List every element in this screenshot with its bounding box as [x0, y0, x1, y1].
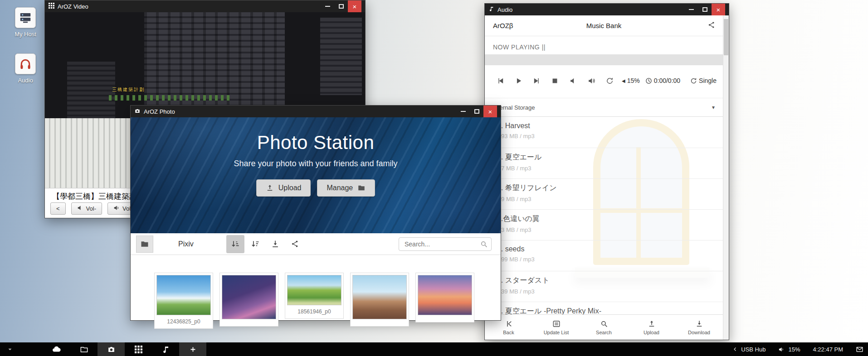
search-input[interactable]	[399, 237, 492, 251]
prev-button[interactable]: <	[50, 202, 66, 215]
chevron-down-icon: ▾	[712, 104, 715, 111]
music-note-icon	[488, 6, 494, 13]
add-app-button[interactable]	[179, 342, 206, 356]
photo-thumbnail[interactable]: 18561946_p0	[285, 273, 344, 319]
triangle-left-icon: ◀	[622, 78, 625, 83]
close-button[interactable]: ×	[348, 0, 361, 12]
window-controls: ×	[456, 106, 497, 117]
photo-app-button[interactable]	[98, 342, 125, 356]
track-row[interactable]: 01. Harvest 10.93 MB / mp3	[485, 117, 723, 148]
folder-up-button[interactable]	[136, 236, 153, 253]
maximize-button[interactable]	[334, 0, 348, 12]
photo-image	[287, 275, 341, 305]
cloud-app-button[interactable]	[43, 342, 70, 356]
download-button[interactable]	[266, 235, 284, 253]
seek-bar[interactable]	[485, 54, 723, 65]
clock-label: 4:22:47 PM	[813, 346, 844, 353]
close-button[interactable]: ×	[712, 4, 725, 15]
minimize-button[interactable]	[321, 0, 334, 12]
photo-image	[156, 275, 211, 315]
stop-button[interactable]	[546, 72, 564, 89]
volume-button[interactable]	[582, 72, 600, 89]
repeat-button[interactable]	[601, 72, 619, 89]
messages-tray-item[interactable]	[856, 346, 863, 353]
search-button[interactable]: Search	[580, 315, 628, 340]
back-icon	[505, 320, 513, 328]
track-row[interactable]: 02. スターダスト 12.39 MB / mp3	[485, 271, 723, 302]
photo-thumbnail[interactable]	[350, 273, 409, 327]
prev-label: <	[56, 205, 60, 212]
upload-button[interactable]: Upload	[628, 315, 675, 340]
photo-thumbnail[interactable]	[415, 273, 474, 322]
taskbar-menu-caret[interactable]	[0, 342, 20, 356]
close-button[interactable]: ×	[483, 106, 497, 117]
manage-button[interactable]: Manage	[317, 179, 375, 197]
volume-down-button[interactable]: Vol-	[71, 202, 102, 215]
hero-buttons: Upload Manage	[256, 179, 375, 197]
scrollbar-thumb[interactable]	[724, 19, 728, 55]
desktop-icon-my-host[interactable]: My Host	[8, 7, 43, 38]
sort-descending-button[interactable]	[246, 235, 264, 253]
hero-title: Photo Station	[257, 132, 375, 154]
photo-thumbnail[interactable]: 12436825_p0	[154, 273, 213, 329]
footer-label: Search	[596, 330, 612, 335]
skip-back-button[interactable]	[491, 72, 509, 89]
track-meta: 12.99 MB / mp3	[493, 256, 723, 263]
skip-forward-button[interactable]	[528, 72, 546, 89]
storage-selector[interactable]: Internal Storage ▾	[485, 98, 723, 117]
video-titlebar[interactable]: ArOZ Video ×	[45, 0, 365, 12]
loop-icon	[690, 77, 697, 84]
download-button[interactable]: Download	[675, 315, 723, 340]
track-name: 01. Harvest	[493, 122, 723, 130]
clock-tray-item[interactable]: 4:22:47 PM	[813, 346, 844, 353]
video-app-button[interactable]	[125, 342, 152, 356]
update-list-button[interactable]: Update List	[532, 315, 580, 340]
play-button[interactable]	[509, 72, 527, 89]
track-row[interactable]: 02. seeds 12.99 MB / mp3	[485, 241, 723, 271]
files-app-button[interactable]	[70, 342, 98, 356]
taskbar-tray: USB Hub 15% 4:22:47 PM	[732, 342, 863, 356]
track-row[interactable]: 01. 希望リフレイン 9.09 MB / mp3	[485, 179, 723, 210]
current-folder-label: Pixiv	[178, 240, 194, 248]
search-icon	[600, 320, 608, 328]
minimize-button[interactable]	[456, 106, 470, 117]
toolbar-actions	[226, 235, 304, 253]
maximize-button[interactable]	[698, 4, 712, 15]
minimize-button[interactable]	[684, 4, 698, 15]
play-mode-toggle[interactable]: Single	[690, 77, 717, 84]
audio-titlebar[interactable]: Audio ×	[485, 4, 729, 15]
usb-hub-tray-item[interactable]: USB Hub	[732, 346, 766, 353]
clock-icon	[645, 77, 652, 84]
upload-button[interactable]: Upload	[256, 179, 311, 197]
video-content-shape	[109, 95, 230, 101]
maximize-button[interactable]	[470, 106, 483, 117]
track-row[interactable]: 01. 夏空エール 9.37 MB / mp3	[485, 148, 723, 179]
volume-tray-item[interactable]: 15%	[778, 346, 800, 353]
music-app-button[interactable]	[152, 342, 179, 356]
track-row[interactable]: 02. 夏空エール -Pretty Perky Mix-	[485, 302, 723, 314]
desktop-icon-audio[interactable]: Audio	[8, 53, 43, 84]
now-playing-text: NOW PLAYING ||	[493, 43, 546, 51]
scrollbar[interactable]	[723, 15, 729, 340]
track-row[interactable]: 01.色違いの翼 9.63 MB / mp3	[485, 210, 723, 241]
track-name: 02. 夏空エール -Pretty Perky Mix-	[493, 307, 723, 314]
photo-titlebar[interactable]: ArOZ Photo ×	[131, 106, 501, 117]
mute-button[interactable]	[564, 72, 582, 89]
footer-label: Back	[503, 330, 514, 335]
folder-icon	[140, 240, 149, 249]
download-icon	[271, 240, 280, 249]
search-icon[interactable]	[480, 240, 488, 250]
list-icon	[552, 320, 561, 328]
photo-thumbnail[interactable]	[219, 273, 278, 327]
share-icon[interactable]	[707, 21, 716, 31]
download-icon	[695, 320, 703, 328]
sort-ascending-button[interactable]	[226, 235, 244, 253]
camera-icon	[134, 108, 141, 115]
photo-window-title: ArOZ Photo	[144, 108, 175, 115]
grid-icon	[49, 3, 54, 10]
share-button[interactable]	[286, 235, 304, 253]
grid-icon	[135, 346, 142, 353]
desktop-icon-label: My Host	[8, 31, 43, 38]
window-controls: ×	[684, 4, 725, 15]
track-meta: 9.09 MB / mp3	[493, 196, 723, 202]
